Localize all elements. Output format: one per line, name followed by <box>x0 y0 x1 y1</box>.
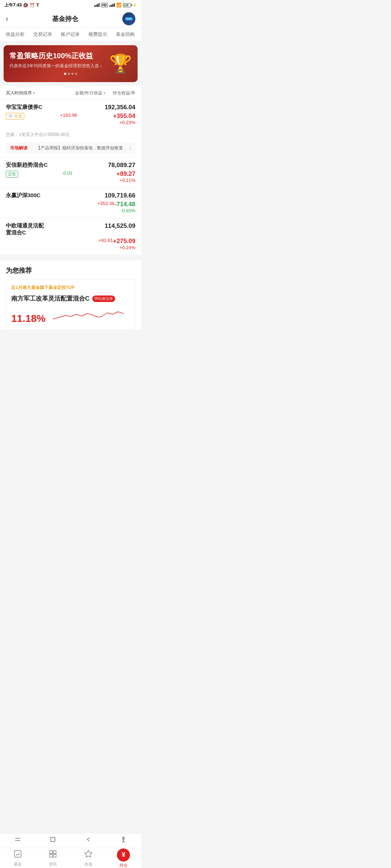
banner-dot-2 <box>68 73 70 75</box>
status-bar: 上午7:43 🔇 ⏰ 𝕋 HD 📶 15 ⚡ <box>0 0 141 10</box>
fund-yesterday-profit: +91.61 <box>98 238 113 243</box>
fund-row[interactable]: 安信新趋势混合C 78,089.27 定投 -0.01 +89.27 +0.11… <box>0 157 141 187</box>
fund-name: 永赢沪深300C <box>6 192 105 199</box>
recommend-fund-name: 南方军工改革灵活配置混合C 99元财运券 <box>11 294 130 303</box>
market-separator: ｜ <box>30 145 34 151</box>
recommend-card-header: 近1月南方基金旗下基金定投TOP <box>11 285 130 291</box>
section-divider <box>0 258 141 260</box>
wifi-icon: 📶 <box>116 3 122 8</box>
fund-row[interactable]: 华宝宝康债券C 192,356.04 🤍 京选 +183.96 +355.04 … <box>0 99 141 129</box>
battery-icon: 15 <box>123 3 131 7</box>
avatar[interactable] <box>122 12 135 25</box>
tab-fund-buyback[interactable]: 基金回购 <box>112 27 139 41</box>
fund-total-profit: +355.04 <box>113 112 135 120</box>
profit-header: 持仓收益/率 <box>113 90 135 96</box>
status-left: 上午7:43 🔇 ⏰ 𝕋 <box>4 2 39 8</box>
tabs-bar: 收益分析 交易记录 账户记录 规费提示 基金回购 <box>0 27 141 42</box>
mute-icon: 🔇 <box>23 3 28 8</box>
tab-profit-analysis[interactable]: 收益分析 <box>1 27 29 41</box>
mini-chart <box>53 306 130 324</box>
fund-tag: 定投 <box>6 171 18 178</box>
banner-arrow-icon: › <box>100 64 102 69</box>
fund-profit-rate: +0.11% <box>117 178 135 183</box>
tab-fee-notice[interactable]: 规费提示 <box>84 27 112 41</box>
fund-amount: 109,719.66 <box>105 192 135 199</box>
fund-yesterday-profit: +352.36 <box>97 201 114 206</box>
fund-profit-rate: +0.23% <box>113 120 135 125</box>
fund-name: 安信新趋势混合C <box>6 162 108 169</box>
header: ‹ 基金持仓 <box>0 10 141 27</box>
recommend-bottom: 11.18% <box>11 306 130 324</box>
fund-yesterday-profit: +183.96 <box>60 112 77 118</box>
fund-amount: 78,089.27 <box>108 162 135 169</box>
sort-amount-arrow: ▾ <box>104 91 105 95</box>
sort-time-label: 买入时间排序 <box>6 90 32 96</box>
status-right: HD 📶 15 ⚡ <box>94 3 137 8</box>
recommend-return-rate: 11.18% <box>11 313 46 324</box>
recommend-title: 为您推荐 <box>6 266 135 275</box>
banner-dot-3 <box>71 73 73 75</box>
signal2-icon <box>109 3 115 7</box>
fund-amount: 192,356.04 <box>105 104 135 111</box>
page-title: 基金持仓 <box>52 14 78 23</box>
sort-by-amount[interactable]: 金额/昨日收益 ▾ <box>75 90 105 96</box>
fund-yesterday-profit: -0.01 <box>62 170 73 176</box>
banner-dot-4 <box>75 73 77 75</box>
fund-row[interactable]: 中欧瑾通灵活配置混合C 114,525.09 +91.61 +275.09 +0… <box>0 218 141 255</box>
sort-header: 买入时间排序 ▾ 金额/昨日收益 ▾ 持仓收益/率 <box>0 86 141 99</box>
tiktok-icon: 𝕋 <box>36 3 39 8</box>
recommend-card[interactable]: 近1月南方基金旗下基金定投TOP 南方军工改革灵活配置混合C 99元财运券 11… <box>6 279 135 330</box>
tab-trade-records[interactable]: 交易记录 <box>29 27 56 41</box>
fund-total-profit: +89.27 <box>117 170 135 178</box>
market-insight[interactable]: 市场解读 ｜ 【产品周报】稳经济加快落地，数据开始恢复 › <box>6 142 135 154</box>
signal-icon <box>94 3 100 7</box>
fund-amount: 114,525.09 <box>105 222 135 230</box>
fund-list: 买入时间排序 ▾ 金额/昨日收益 ▾ 持仓收益/率 华宝宝康债券C 192,35… <box>0 86 141 255</box>
charging-icon: ⚡ <box>133 3 137 7</box>
fund-total-profit: +275.09 <box>113 238 135 245</box>
coupon-badge: 99元财运券 <box>92 295 115 302</box>
fund-total-profit: -714.48 <box>114 201 135 208</box>
market-text: 【产品周报】稳经济加快落地，数据开始恢复 <box>36 145 127 151</box>
trophy-icon: 🏆 <box>109 53 132 74</box>
tab-account-records[interactable]: 账户记录 <box>56 27 84 41</box>
alarm-icon: ⏰ <box>30 3 35 8</box>
promotion-banner[interactable]: 常盈策略历史100%正收益 代表作近3年均同类第一的基金经理郑澄然入选 › 🏆 <box>4 45 138 82</box>
fund-profit-rate: -0.65% <box>114 208 135 213</box>
sort-time-arrow: ▾ <box>33 91 35 95</box>
fund-profit-rate: +0.24% <box>113 245 135 250</box>
recommend-section: 为您推荐 近1月南方基金旗下基金定投TOP 南方军工改革灵活配置混合C 99元财… <box>0 260 141 330</box>
transaction-note: 交易：1笔买入中合计35000.00元 <box>0 129 141 141</box>
market-arrow-icon: › <box>130 146 131 151</box>
fund-row[interactable]: 永赢沪深300C 109,719.66 +352.36 -714.48 -0.6… <box>0 187 141 218</box>
avatar-decoration <box>125 17 133 20</box>
sort-amount-label: 金额/昨日收益 <box>75 90 102 96</box>
back-button[interactable]: ‹ <box>6 14 8 23</box>
fund-name: 华宝宝康债券C <box>6 104 105 111</box>
banner-dot-1 <box>64 73 66 75</box>
market-label: 市场解读 <box>10 145 28 151</box>
time-display: 上午7:43 <box>4 2 22 8</box>
hd-badge: HD <box>101 3 108 7</box>
fund-name: 中欧瑾通灵活配置混合C <box>6 222 49 236</box>
sort-by-time[interactable]: 买入时间排序 ▾ <box>6 90 35 96</box>
fund-tag: 🤍 京选 <box>6 113 24 120</box>
